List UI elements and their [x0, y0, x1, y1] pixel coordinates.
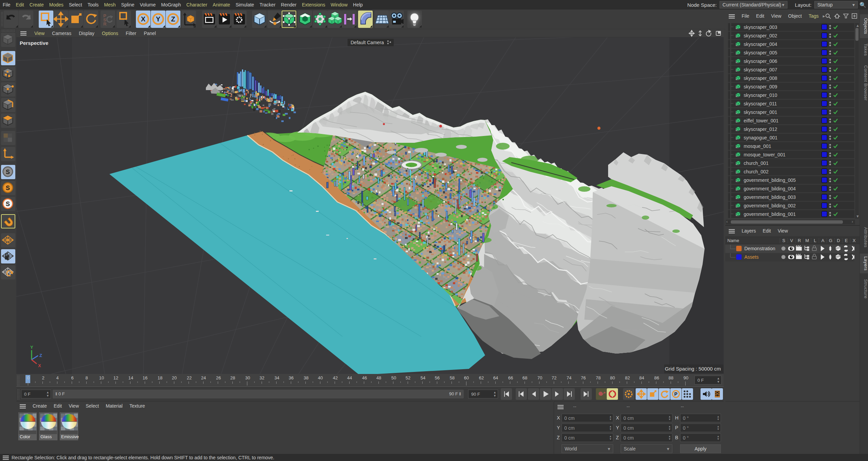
svg-text:S: S — [6, 201, 10, 207]
svg-text:X: X — [141, 15, 146, 23]
svg-text:Z: Z — [171, 15, 175, 23]
svg-text:Y: Y — [30, 345, 33, 350]
svg-text:X: X — [38, 363, 41, 368]
svg-text:S: S — [6, 185, 10, 191]
svg-text:Z: Z — [39, 353, 42, 358]
svg-text:R: R — [103, 21, 107, 27]
svg-text:Grid Spacing : 50000 cm: Grid Spacing : 50000 cm — [665, 366, 721, 372]
svg-text:P: P — [674, 391, 677, 397]
svg-text:Default Camera: Default Camera — [351, 40, 384, 45]
svg-text:Perspective: Perspective — [20, 40, 48, 46]
svg-text:S: S — [6, 169, 10, 175]
svg-text:Y: Y — [156, 15, 161, 23]
